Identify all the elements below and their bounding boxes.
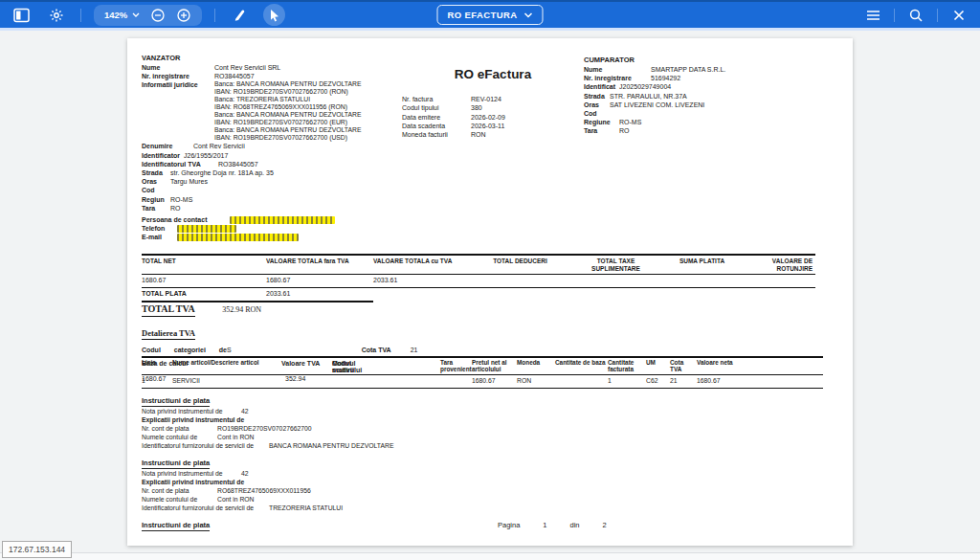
buyer-regno-row: Nr. inregistrare 51694292 [584, 74, 840, 82]
vat-category-row: Codul categoriei de S Cota TVA 21 [142, 346, 816, 354]
menu-button[interactable] [861, 4, 884, 27]
toolbar-separator [80, 9, 81, 22]
seller-vatid-row: Identificatorul TVA RO38445057 [142, 160, 390, 168]
payment1-note-row: Nota privind instrumentul de 42 [142, 407, 544, 415]
invoice-issue-date-row: Data emitere 2026-02-09 [402, 113, 584, 122]
toolbar-separator [894, 9, 895, 22]
seller-identifier-row: Identificator J26/1955/2017 [142, 151, 390, 160]
contact-section: Persoana de contact Telefon E-mail [142, 215, 390, 242]
plus-circle-icon [177, 9, 190, 22]
cursor-tool-button[interactable] [263, 4, 285, 26]
invoice-header-section: RO eFactura Nr. factura REV-0124 Codul t… [402, 67, 584, 139]
hamburger-menu-icon [866, 10, 880, 21]
contact-phone-row: Telefon [142, 224, 390, 233]
payment2-account-name-row: Numele contului de Cont in RON [142, 495, 544, 504]
close-icon [953, 10, 965, 21]
item-row: 1 SERVICII 1680.67 RON 1 C62 21 1680.67 [142, 375, 823, 389]
zoom-in-button[interactable] [176, 8, 191, 23]
buyer-heading: CUMPARATOR [584, 56, 840, 65]
annotate-pen-button[interactable] [228, 4, 251, 27]
document-viewport: VANZATOR Nume Cont Rev Servicii SRL Nr. … [0, 31, 980, 552]
doc-type-dropdown[interactable]: RO EFACTURA [436, 5, 543, 25]
current-page: 1 [543, 521, 546, 529]
search-button[interactable] [904, 4, 927, 27]
line-items-table: Linia Nume articol/Descriere articol Tar… [142, 356, 823, 389]
zoom-out-button[interactable] [150, 8, 166, 23]
toolbar-separator [214, 9, 215, 22]
payment1-account-row: Nr. cont de plata RO19BRDE270SV070276627… [142, 424, 544, 433]
contact-person-row: Persoana de contact [142, 215, 390, 224]
link-status-tooltip: 172.67.153.144 [2, 541, 72, 558]
buyer-name-row: Nume SMARTAPP DATA S.R.L. [584, 65, 840, 74]
seller-city-row: Oras Targu Mures [142, 177, 390, 186]
cursor-arrow-icon [268, 9, 280, 22]
seller-street-row: Strada str. Gheorghe Doja nr. 181A ap. 3… [142, 168, 390, 177]
toolbar: 142% [0, 0, 980, 28]
payment-instructions: Instructiuni de plata Nota privind instr… [142, 390, 544, 533]
redacted-phone [177, 225, 236, 233]
horizontal-scrollbar-track[interactable] [0, 552, 980, 560]
invoice-number-row: Nr. factura REV-0124 [402, 95, 584, 103]
invoice-title: RO eFactura [402, 67, 584, 81]
side-panel-icon [13, 8, 30, 23]
minus-circle-icon [151, 9, 165, 22]
buyer-identifier-row: Identificat J2025029749004 [584, 82, 840, 91]
buyer-street-row: Strada STR. PARAULUI, NR.37A [584, 92, 840, 101]
totals-values-row: 1680.67 1680.67 2033.61 [142, 275, 815, 288]
pagination: Pagina 1 din 2 [498, 521, 607, 529]
payment-section-2: Instructiuni de plata Nota privind instr… [142, 452, 544, 512]
buyer-section: CUMPARATOR Nume SMARTAPP DATA S.R.L. Nr.… [584, 56, 840, 136]
vat-total-heading: TOTAL TVA [142, 303, 195, 317]
pen-icon [233, 8, 247, 22]
chevron-down-icon [524, 12, 533, 18]
invoice-typecode-row: Codul tipului 380 [402, 103, 584, 112]
payment2-provider-row: Identificatorul furnizorului de servicii… [142, 504, 544, 512]
vat-detail-heading: Detalierea TVA [142, 328, 195, 340]
payment1-provider-row: Identificatorul furnizorului de servicii… [142, 441, 544, 450]
buyer-country-row: Tara RO [584, 126, 840, 135]
seller-bank-lines: Banca: BANCA ROMANA PENTRU DEZVOLTARE IB… [214, 80, 361, 142]
sidebar-toggle-button[interactable] [10, 4, 33, 27]
contact-email-row: E-mail [142, 233, 390, 241]
zoom-level-dropdown[interactable]: 142% [104, 10, 140, 20]
seller-regno-row: Nr. inregistrare RO38445057 [142, 72, 390, 80]
payment2-account-row: Nr. cont de plata RO68TREZ4765069XXX0119… [142, 486, 544, 495]
payment2-explanation-row: Explicatii privind instrumentul de [142, 478, 544, 486]
totals-header-row: TOTAL NET VALOARE TOTALA fara TVA VALOAR… [142, 255, 815, 275]
payment1-explanation-row: Explicatii privind instrumentul de [142, 415, 544, 424]
doc-type-label: RO EFACTURA [447, 10, 517, 20]
settings-button[interactable] [45, 4, 68, 27]
seller-denomination-row: Denumire Cont Rev Servicii [142, 142, 390, 150]
seller-name-row: Nume Cont Rev Servicii SRL [142, 63, 390, 72]
payment-section-1: Instructiuni de plata Nota privind instr… [142, 390, 544, 450]
redacted-email [177, 234, 299, 241]
items-header-row: Linia Nume articol/Descriere articol Tar… [142, 357, 823, 375]
payment2-note-row: Nota privind instrumentul de 42 [142, 469, 544, 478]
seller-heading: VANZATOR [142, 54, 390, 63]
zoom-controls: 142% [94, 5, 202, 26]
buyer-zip-row: Cod [584, 109, 840, 118]
payment-section-3: Instructiuni de plata [142, 514, 544, 531]
invoice-currency-row: Moneda facturii RON [402, 130, 584, 139]
totals-table: TOTAL NET VALOARE TOTALA fara TVA VALOAR… [142, 254, 815, 302]
seller-legal-row: Informatii juridice Banca: BANCA ROMANA … [142, 80, 390, 142]
redacted-contact-name [230, 216, 335, 224]
chevron-down-icon [132, 12, 140, 17]
zoom-level-value: 142% [104, 10, 127, 20]
toolbar-separator [937, 9, 938, 22]
seller-country-row: Tara RO [142, 204, 390, 213]
seller-section: VANZATOR Nume Cont Rev Servicii SRL Nr. … [142, 54, 390, 213]
payment1-account-name-row: Numele contului de Cont in RON [142, 433, 544, 441]
invoice-due-date-row: Data scadenta 2026-03-11 [402, 122, 584, 130]
invoice-page: VANZATOR Nume Cont Rev Servicii SRL Nr. … [127, 38, 853, 546]
buyer-region-row: Regiune RO-MS [584, 118, 840, 126]
seller-zip-row: Cod [142, 186, 390, 194]
buyer-city-row: Oras SAT LIVEZENI COM. LIVEZENI [584, 101, 840, 109]
seller-region-row: Regiun RO-MS [142, 195, 390, 204]
search-icon [909, 9, 923, 22]
total-pages: 2 [603, 521, 607, 529]
gear-icon [49, 8, 64, 23]
vat-total-value: 352.94 RON [222, 305, 261, 314]
close-button[interactable] [947, 4, 970, 27]
